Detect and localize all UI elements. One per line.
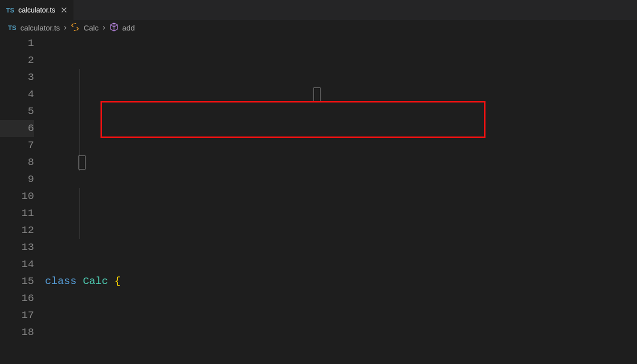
code-area[interactable]: class Calc { add(a: number, b: number): …: [45, 35, 637, 364]
line-number: 14: [0, 256, 34, 273]
bracket-match-icon: [314, 88, 320, 102]
code-line: class Calc {: [45, 273, 637, 290]
line-number: 4: [0, 86, 34, 103]
line-number: 1: [0, 35, 34, 52]
method-icon: [110, 22, 118, 33]
line-number: 8: [0, 154, 34, 171]
line-number: 15: [0, 273, 34, 290]
chevron-right-icon: ›: [64, 23, 66, 32]
line-number: 16: [0, 290, 34, 307]
line-number: 5: [0, 103, 34, 120]
line-number: 9: [0, 171, 34, 188]
breadcrumb-file[interactable]: calculator.ts: [20, 24, 60, 32]
breadcrumb-method[interactable]: add: [122, 24, 135, 32]
breadcrumb: TS calculator.ts › Calc › add: [0, 20, 637, 35]
line-gutter: 1 2 3 4 5 6 7 8 9 10 11 12 13 14 15 16 1…: [0, 35, 45, 364]
line-number: 11: [0, 205, 34, 222]
bracket-match-icon: [78, 156, 86, 170]
close-icon[interactable]: [60, 6, 68, 14]
typescript-icon: TS: [6, 6, 14, 14]
line-number: 7: [0, 137, 34, 154]
code-editor[interactable]: 1 2 3 4 5 6 7 8 9 10 11 12 13 14 15 16 1…: [0, 35, 637, 364]
line-number: 10: [0, 188, 34, 205]
line-number: 2: [0, 52, 34, 69]
line-number: 12: [0, 222, 34, 239]
typescript-icon: TS: [8, 24, 16, 32]
line-number: 13: [0, 239, 34, 256]
tab-calculator[interactable]: TS calculator.ts: [0, 0, 74, 20]
line-number: 17: [0, 307, 34, 324]
highlight-box: [100, 101, 486, 138]
breadcrumb-class[interactable]: Calc: [84, 24, 98, 32]
line-number: 18: [0, 324, 34, 341]
code-line: [45, 222, 637, 239]
class-icon: [70, 22, 80, 33]
line-number: 3: [0, 69, 34, 86]
tab-label: calculator.ts: [18, 6, 56, 14]
line-number: 6: [0, 120, 34, 137]
code-line: [45, 324, 637, 341]
tab-bar: TS calculator.ts: [0, 0, 637, 20]
chevron-right-icon: ›: [102, 23, 105, 32]
